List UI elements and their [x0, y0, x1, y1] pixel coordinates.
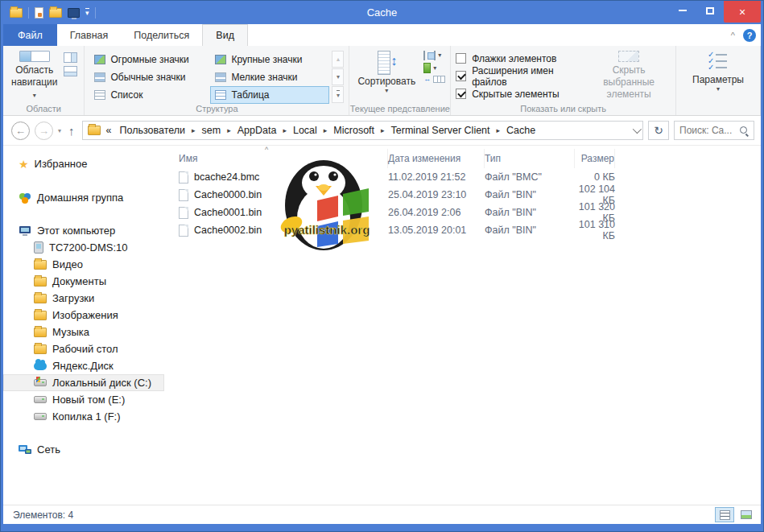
- back-button[interactable]: ←: [11, 122, 30, 140]
- cloud-icon: [34, 362, 47, 370]
- view-details[interactable]: Таблица: [210, 86, 329, 104]
- group-by-button[interactable]: ▾: [423, 51, 445, 60]
- details-view-icon: [215, 90, 226, 100]
- sidebar-item-music[interactable]: Музыка: [3, 324, 164, 340]
- tab-file[interactable]: Файл: [3, 24, 57, 46]
- breadcrumb[interactable]: « Пользователи ▸ sem ▸ AppData ▸ Local ▸…: [82, 121, 643, 140]
- view-label: Мелкие значки: [231, 72, 297, 83]
- scroll-up-icon[interactable]: ▴: [332, 51, 344, 68]
- size-columns-button[interactable]: ↔: [423, 76, 445, 83]
- divider: [95, 7, 96, 19]
- file-row[interactable]: bcache24.bmc 11.02.2019 21:52 Файл "BMC"…: [164, 168, 761, 186]
- view-small-icons[interactable]: Мелкие значки: [210, 68, 329, 86]
- address-dropdown-icon[interactable]: [633, 125, 642, 134]
- window-controls: ×: [669, 1, 761, 24]
- checkbox[interactable]: [456, 89, 466, 99]
- checkbox[interactable]: [456, 71, 466, 81]
- breadcrumb-item[interactable]: Пользователи: [117, 124, 188, 137]
- navigation-pane-button[interactable]: Область навигации ▾: [8, 49, 60, 102]
- device-icon: [34, 241, 43, 254]
- checkbox[interactable]: [456, 53, 466, 64]
- close-button[interactable]: ×: [724, 1, 761, 23]
- recent-locations-icon[interactable]: ▾: [58, 127, 61, 134]
- checkbox-hidden-items[interactable]: Скрытые элементы: [456, 87, 576, 101]
- computer-icon[interactable]: [68, 8, 80, 18]
- file-row[interactable]: Cache0000.bin 25.04.2019 23:10 Файл "BIN…: [164, 186, 761, 204]
- column-header-date[interactable]: Дата изменения: [388, 149, 485, 168]
- sidebar-item-this-pc[interactable]: Этот компьютер: [3, 222, 164, 239]
- forward-button[interactable]: →: [35, 122, 53, 140]
- maximize-button[interactable]: [696, 1, 724, 20]
- sidebar-item-volume-e[interactable]: Новый том (E:): [3, 391, 164, 408]
- column-header-type[interactable]: Тип: [485, 149, 575, 168]
- file-type: Файл "BIN": [485, 225, 575, 236]
- view-overflow-icon[interactable]: ▾: [332, 86, 344, 103]
- customize-toolbar-icon[interactable]: ▾: [85, 8, 89, 17]
- current-view-mini-buttons: ▾ ▾ ↔: [423, 51, 445, 83]
- checkbox-item-checkboxes[interactable]: Флажки элементов: [456, 52, 576, 65]
- sidebar-item-yandex-disk[interactable]: Яндекс.Диск: [3, 357, 164, 374]
- sidebar-item-pictures[interactable]: Изображения: [3, 307, 164, 324]
- ribbon-group-panes: Область навигации ▾ Области: [3, 46, 85, 115]
- preview-pane-icon[interactable]: [64, 52, 77, 63]
- checkbox-label: Флажки элементов: [472, 53, 556, 64]
- sidebar-item-label: Яндекс.Диск: [52, 360, 114, 372]
- tab-view[interactable]: Вид: [202, 24, 248, 46]
- file-list: ^ Имя Дата изменения Тип Размер bcache24…: [164, 146, 761, 505]
- details-pane-icon[interactable]: [64, 66, 77, 76]
- new-folder-icon[interactable]: [49, 8, 62, 18]
- title-bar: ▾ Cache ×: [3, 1, 761, 24]
- normal-icons-icon: [94, 72, 105, 82]
- breadcrumb-item[interactable]: sem: [200, 124, 224, 137]
- options-button[interactable]: ✓✓✓ Параметры ▾: [681, 49, 755, 94]
- breadcrumb-item[interactable]: Terminal Server Client: [389, 124, 493, 137]
- up-button[interactable]: ↑: [66, 124, 77, 138]
- group-label-layout: Структура: [85, 104, 349, 113]
- view-normal-icons[interactable]: Обычные значки: [89, 68, 209, 86]
- sort-button[interactable]: Сортировать ▾: [354, 49, 419, 96]
- search-input[interactable]: Поиск: Ca...: [679, 125, 736, 136]
- column-header-size[interactable]: Размер: [575, 149, 615, 168]
- breadcrumb-item-current[interactable]: Cache: [504, 124, 538, 137]
- sidebar-item-downloads[interactable]: Загрузки: [3, 290, 164, 307]
- hide-selected-button[interactable]: Скрыть выбранные элементы: [587, 49, 671, 102]
- help-icon[interactable]: ?: [743, 29, 756, 42]
- refresh-button[interactable]: ↻: [648, 121, 669, 140]
- column-header-name[interactable]: Имя: [164, 149, 388, 168]
- sidebar-item-volume-f[interactable]: Копилка 1 (F:): [3, 408, 164, 425]
- dropdown-arrow-icon: ▾: [433, 65, 436, 72]
- sidebar-item-documents[interactable]: Документы: [3, 273, 164, 290]
- dropdown-arrow-icon: ▾: [717, 86, 720, 93]
- add-columns-button[interactable]: ▾: [423, 63, 445, 73]
- sidebar-item-label: Видео: [52, 258, 83, 270]
- view-list[interactable]: Список: [89, 86, 209, 104]
- breadcrumb-collapsed[interactable]: «: [104, 124, 114, 137]
- file-row[interactable]: Cache0002.bin 13.05.2019 20:01 Файл "BIN…: [164, 221, 761, 239]
- sidebar-item-label: Изображения: [52, 309, 118, 321]
- properties-icon[interactable]: [35, 7, 43, 19]
- checkbox-file-extensions[interactable]: Расширения имен файлов: [456, 69, 576, 83]
- sidebar-item-favorites[interactable]: ★Избранное: [3, 155, 164, 172]
- breadcrumb-item[interactable]: AppData: [235, 124, 279, 137]
- file-row[interactable]: Cache0001.bin 26.04.2019 2:06 Файл "BIN"…: [164, 204, 761, 221]
- minimize-button[interactable]: [669, 1, 696, 20]
- details-view-toggle[interactable]: [715, 507, 734, 522]
- thumbnails-view-toggle[interactable]: [737, 507, 756, 522]
- sidebar-item-local-disk-c[interactable]: Локальный диск (C:): [3, 374, 164, 391]
- sidebar-item-network[interactable]: Сеть: [3, 441, 164, 458]
- tab-share[interactable]: Поделиться: [121, 24, 202, 46]
- tab-home[interactable]: Главная: [57, 24, 122, 46]
- breadcrumb-item[interactable]: Microsoft: [331, 124, 377, 137]
- view-huge-icons[interactable]: Огромные значки: [89, 51, 209, 68]
- sidebar-item-videos[interactable]: Видео: [3, 256, 164, 273]
- resize-columns-icon: ↔: [423, 76, 431, 83]
- sidebar-item-desktop[interactable]: Рабочий стол: [3, 340, 164, 357]
- view-large-icons[interactable]: Крупные значки: [210, 51, 329, 68]
- sidebar-item-homegroup[interactable]: Домашняя группа: [3, 189, 164, 206]
- breadcrumb-item[interactable]: Local: [291, 124, 320, 137]
- scroll-down-icon[interactable]: ▾: [332, 68, 344, 85]
- collapse-ribbon-icon[interactable]: ^: [731, 31, 735, 40]
- search-box[interactable]: Поиск: Ca...: [674, 121, 754, 140]
- sidebar-item-device[interactable]: TC7200-DMS:10: [3, 239, 164, 256]
- file-size: 0 КБ: [575, 171, 615, 183]
